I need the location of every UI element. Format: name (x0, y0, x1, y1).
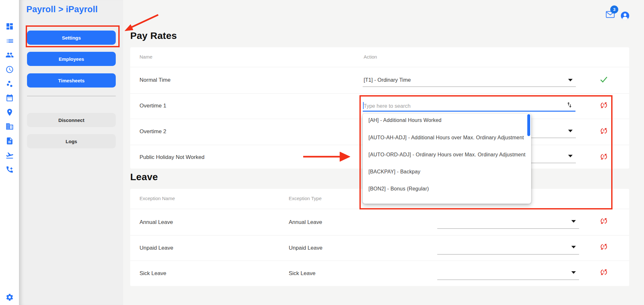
settings-button[interactable]: Settings (27, 31, 116, 45)
timesheets-button[interactable]: Timesheets (27, 73, 116, 88)
annotation-arrow-settings (131, 15, 158, 27)
document-icon[interactable] (5, 137, 14, 145)
dropdown-option[interactable]: [AUTO-AH-ADJ] - Additional Hours over Ma… (368, 135, 524, 143)
search-results-dropdown: [AH] - Additional Hours Worked [AUTO-AH-… (363, 114, 531, 204)
people-icon[interactable] (5, 51, 14, 59)
pay-rate-row-name: Normal Time (140, 77, 170, 83)
clock-icon[interactable] (5, 65, 14, 74)
column-header-name: Name (140, 54, 152, 60)
sync-error-icon[interactable] (600, 127, 608, 135)
column-header-exception-type: Exception Type (289, 196, 322, 201)
user-avatar-icon[interactable] (621, 11, 630, 20)
select-underline[interactable] (437, 254, 579, 254)
dropdown-option[interactable]: [BON2] - Bonus (Regular) (368, 186, 429, 194)
leave-row-type: Unpaid Leave (289, 245, 322, 251)
chevron-down-icon[interactable] (571, 271, 576, 274)
location-pin-icon[interactable] (5, 108, 14, 116)
pay-rate-row-name: Overtime 1 (140, 103, 166, 109)
chevron-down-icon[interactable] (568, 130, 573, 132)
leave-row-name: Sick Leave (140, 270, 166, 277)
pay-rate-row-name: Public Holiday Not Worked (140, 154, 204, 161)
select-underline[interactable] (437, 228, 579, 229)
chevron-down-icon[interactable] (568, 155, 573, 157)
column-header-exception-name: Exception Name (140, 196, 175, 201)
icon-rail (0, 0, 19, 305)
row-divider (130, 261, 629, 261)
chevron-down-icon[interactable] (568, 79, 573, 81)
search-underline-focused (363, 111, 576, 112)
building-icon[interactable] (5, 122, 14, 131)
leave-title: Leave (130, 171, 158, 182)
select-underline[interactable] (363, 87, 576, 87)
sidebar: Payroll > iPayroll Settings Employees Ti… (19, 0, 123, 305)
row-divider (130, 235, 629, 236)
sync-error-icon[interactable] (600, 268, 608, 276)
calendar-icon[interactable] (5, 94, 14, 102)
action-search-input[interactable] (364, 102, 557, 110)
action-select-value[interactable]: [T1] - Ordinary Time (364, 77, 411, 83)
sync-error-icon[interactable] (600, 101, 608, 109)
dropdown-scrollbar[interactable] (527, 114, 530, 136)
sync-error-icon[interactable] (600, 243, 608, 251)
chevron-down-icon[interactable] (571, 220, 576, 223)
notification-badge[interactable]: 3 (610, 5, 618, 14)
row-divider (130, 93, 629, 94)
sync-error-icon[interactable] (600, 217, 608, 225)
leave-row-name: Unpaid Leave (140, 245, 173, 251)
gear-icon[interactable] (5, 293, 14, 301)
sync-error-icon[interactable] (600, 152, 608, 161)
disconnect-button[interactable]: Disconnect (27, 113, 116, 127)
dropdown-option[interactable]: [AH] - Additional Hours Worked (368, 117, 441, 125)
pay-rate-row-name: Overtime 2 (140, 128, 166, 135)
phone-callback-icon[interactable] (5, 165, 14, 174)
employees-button[interactable]: Employees (27, 52, 116, 66)
sort-arrows-icon[interactable] (566, 101, 573, 108)
logs-button[interactable]: Logs (27, 134, 116, 148)
leave-row-type: Annual Leave (289, 219, 322, 226)
row-divider (130, 209, 629, 209)
chevron-down-icon[interactable] (571, 246, 576, 248)
breadcrumb: Payroll > iPayroll (26, 5, 98, 14)
row-divider (130, 67, 629, 67)
scatter-dots-icon[interactable] (5, 80, 14, 88)
select-underline[interactable] (437, 280, 579, 280)
pay-rates-title: Pay Rates (130, 30, 177, 41)
column-header-action: Action (364, 54, 377, 60)
dropdown-option[interactable]: [BACKPAY] - Backpay (368, 169, 421, 177)
sidebar-divider (27, 96, 116, 96)
leave-row-name: Annual Leave (140, 219, 173, 226)
synced-check-icon (600, 75, 608, 84)
list-icon[interactable] (5, 36, 14, 45)
dropdown-option[interactable]: [AUTO-ORD-ADJ] - Ordinary Hours over Max… (368, 152, 525, 160)
payroll-settings-page: Payroll > iPayroll Settings Employees Ti… (0, 0, 644, 305)
dashboard-icon[interactable] (5, 22, 14, 31)
text-cursor (363, 102, 364, 109)
flight-takeoff-icon[interactable] (5, 151, 14, 160)
leave-row-type: Sick Leave (289, 270, 315, 277)
